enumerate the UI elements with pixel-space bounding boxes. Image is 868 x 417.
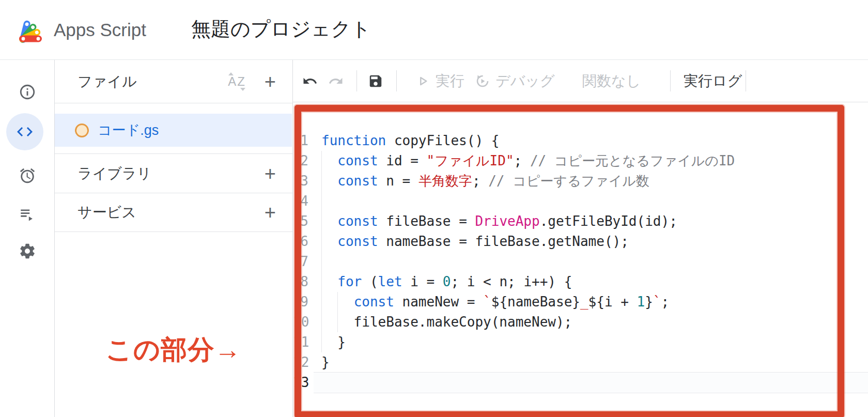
indent-guide — [321, 292, 322, 312]
code-line[interactable]: 2 const id = "ファイルID"; // コピー元となるファイルのID — [293, 151, 868, 171]
indent-guide — [321, 151, 322, 171]
app-header: Apps Script 無題のプロジェクト — [0, 0, 868, 60]
services-label: サービス — [78, 203, 136, 222]
files-header-row: ファイル AZ + — [55, 60, 292, 103]
add-service-button[interactable]: + — [265, 203, 276, 222]
services-row: サービス + — [55, 193, 292, 231]
line-content — [321, 252, 868, 272]
files-header: ファイル — [78, 72, 137, 91]
divider — [55, 231, 292, 232]
line-number: 4 — [293, 191, 308, 211]
run-icon — [415, 73, 430, 89]
code-line[interactable]: 6 const nameBase = fileBase.getName(); — [293, 231, 868, 252]
execution-log-label: 実行ログ — [684, 71, 742, 91]
function-select[interactable]: 関数なし — [582, 60, 641, 102]
project-title[interactable]: 無題のプロジェクト — [191, 0, 371, 59]
divider — [396, 70, 397, 91]
function-select-label: 関数なし — [582, 71, 641, 91]
line-content: const n = 半角数字; // コピーするファイル数 — [321, 171, 868, 191]
line-content: const nameNew = `${nameBase}_${i + 1}`; — [321, 292, 868, 312]
divider — [670, 70, 671, 91]
executions-button[interactable] — [0, 195, 54, 233]
file-status-dot-icon — [75, 123, 89, 137]
az-sort-icon[interactable]: AZ — [228, 74, 246, 89]
line-number: 8 — [293, 272, 308, 292]
divider — [746, 70, 746, 91]
line-number: 11 — [293, 332, 308, 352]
left-rail — [0, 60, 55, 417]
indent-guide — [321, 332, 322, 352]
add-library-button[interactable]: + — [265, 164, 276, 183]
line-number: 1 — [293, 131, 308, 151]
apps-script-logo-icon[interactable] — [18, 14, 48, 45]
code-line[interactable]: 5 const fileBase = DriveApp.getFileById(… — [293, 211, 868, 231]
indent-guide — [321, 211, 322, 231]
code-line[interactable]: 12} — [293, 352, 868, 373]
indent-guide — [337, 312, 338, 332]
code-line[interactable]: 11 } — [293, 332, 868, 352]
save-button[interactable] — [368, 60, 383, 102]
libraries-label: ライブラリ — [78, 164, 151, 183]
editor-toolbar: 実行 デバッグ 関数なし 実行ログ — [293, 60, 868, 102]
indent-guide — [321, 312, 322, 332]
editor-button[interactable] — [6, 113, 43, 150]
line-content: const id = "ファイルID"; // コピー元となるファイルのID — [321, 151, 868, 171]
clock-icon — [19, 167, 36, 184]
executions-icon — [19, 205, 36, 223]
indent-guide — [321, 272, 322, 292]
divider — [357, 70, 357, 91]
code-line[interactable]: 8 for (let i = 0; i < n; i++) { — [293, 272, 868, 292]
line-content: fileBase.makeCopy(nameNew); — [321, 312, 868, 332]
file-name: コード.gs — [98, 121, 159, 140]
debug-button[interactable]: デバッグ — [475, 60, 555, 102]
execution-log-button[interactable]: 実行ログ — [684, 60, 742, 102]
triggers-button[interactable] — [0, 157, 54, 194]
line-number: 12 — [293, 352, 308, 373]
line-content — [321, 191, 868, 211]
overview-button[interactable] — [0, 73, 54, 111]
app-name[interactable]: Apps Script — [54, 0, 146, 59]
apps-script-window: Apps Script 無題のプロジェクト ファイル AZ + コード.gs — [0, 0, 868, 417]
redo-icon — [328, 73, 344, 89]
code-line[interactable]: 1function copyFiles() { — [293, 131, 868, 151]
annotation-text: この部分→ — [55, 332, 292, 368]
libraries-row: ライブラリ + — [55, 154, 292, 193]
gear-icon — [19, 242, 36, 260]
line-content: const fileBase = DriveApp.getFileById(id… — [321, 211, 868, 231]
line-number: 9 — [293, 292, 308, 312]
add-file-button[interactable]: + — [265, 72, 276, 91]
line-number: 6 — [293, 231, 308, 252]
code-line[interactable]: 13 — [293, 373, 868, 393]
save-icon — [368, 73, 383, 89]
indent-guide — [321, 191, 322, 211]
settings-button[interactable] — [0, 233, 54, 270]
info-icon — [19, 83, 36, 101]
code-line[interactable]: 7 — [293, 252, 868, 272]
code-icon — [16, 122, 34, 141]
line-number: 13 — [293, 373, 308, 393]
line-content: } — [321, 332, 868, 352]
line-content: } — [321, 352, 868, 373]
line-number: 10 — [293, 312, 308, 332]
code-line[interactable]: 4 — [293, 191, 868, 211]
code-line[interactable]: 10 fileBase.makeCopy(nameNew); — [293, 312, 868, 332]
line-number: 3 — [293, 171, 308, 191]
code-editor[interactable]: 1function copyFiles() {2 const id = "ファイ… — [293, 102, 868, 417]
redo-button[interactable] — [328, 60, 344, 102]
indent-guide — [337, 292, 338, 312]
code-lines: 1function copyFiles() {2 const id = "ファイ… — [293, 131, 868, 393]
debug-label: デバッグ — [495, 71, 555, 91]
code-line[interactable]: 9 const nameNew = `${nameBase}_${i + 1}`… — [293, 292, 868, 312]
line-content: const nameBase = fileBase.getName(); — [321, 231, 868, 252]
files-panel: ファイル AZ + コード.gs ライブラリ + サービス + この部分→ — [55, 60, 293, 417]
line-content: for (let i = 0; i < n; i++) { — [321, 272, 868, 292]
indent-guide — [321, 171, 322, 191]
indent-guide — [321, 252, 322, 272]
code-line[interactable]: 3 const n = 半角数字; // コピーするファイル数 — [293, 171, 868, 191]
line-content: function copyFiles() { — [321, 131, 868, 151]
file-item-code-gs[interactable]: コード.gs — [55, 114, 292, 147]
run-button[interactable]: 実行 — [415, 60, 464, 102]
undo-button[interactable] — [302, 60, 318, 102]
line-number: 5 — [293, 211, 308, 231]
debug-icon — [475, 73, 490, 89]
